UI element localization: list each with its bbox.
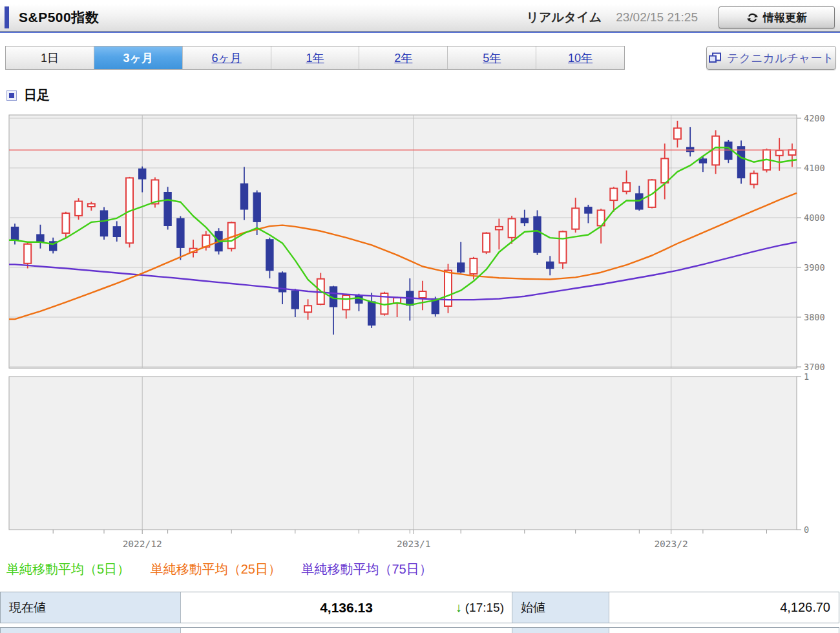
legend-item-ma5: 単純移動平均（5日） [6,562,130,576]
price-change-wrap: ↓ (17:15) [456,592,504,623]
tab-3ヶ月[interactable]: 3ヶ月 [94,47,183,69]
tab-1日[interactable]: 1日 [6,47,94,69]
tab-10年[interactable]: 10年 [536,47,624,69]
svg-text:4100: 4100 [804,163,825,173]
technical-chart-button[interactable]: テクニカルチャート [706,46,836,70]
quote-row-current: 現在値 4,136.13 ↓ (17:15) 始値 4,126.70 [0,592,839,623]
open-price-value: 4,126.70 [609,592,839,623]
svg-text:3900: 3900 [804,262,825,273]
quote-row-partial [0,627,839,633]
header-right: リアルタイム 23/02/15 21:25 情報更新 [527,6,840,28]
chart-type-heading: 日足 [6,87,50,104]
tab-2年[interactable]: 2年 [359,47,448,69]
page-title: S&P500指数 [19,8,99,26]
title-bar: S&P500指数 リアルタイム 23/02/15 21:25 情報更新 [0,4,840,31]
square-bullet-icon [6,90,17,101]
technical-chart-icon [708,52,722,63]
current-price-label: 現在値 [1,592,181,623]
tab-6ヶ月[interactable]: 6ヶ月 [183,47,271,69]
svg-text:1: 1 [804,371,809,382]
technical-chart-label: テクニカルチャート [727,50,834,66]
svg-text:4000: 4000 [804,213,825,223]
candlestick-chart[interactable]: 420041004000390038003700102022/122023/12… [0,110,840,562]
ma-legend: 単純移動平均（5日） 単純移動平均（25日） 単純移動平均（75日） [6,561,449,578]
svg-text:0: 0 [804,524,809,535]
header-divider [0,31,840,33]
price-change-arrow: ↓ [456,600,462,615]
realtime-label: リアルタイム [527,9,602,26]
title-accent-bar [5,6,9,28]
svg-text:2023/1: 2023/1 [397,539,430,549]
period-tabs: 1日3ヶ月6ヶ月1年2年5年10年 [5,46,625,70]
open-price-label: 始値 [512,592,609,623]
quote-table: 現在値 4,136.13 ↓ (17:15) 始値 4,126.70 [0,592,839,633]
chart-type-label: 日足 [24,87,50,104]
svg-text:2022/12: 2022/12 [123,539,162,549]
quote-timestamp: 23/02/15 21:25 [616,10,698,25]
current-price-value: 4,136.13 [320,600,373,616]
refresh-icon [746,12,759,24]
current-price-cell: 4,136.13 ↓ (17:15) [181,592,512,623]
legend-item-ma75: 単純移動平均（75日） [302,562,432,576]
svg-text:4200: 4200 [804,113,825,123]
refresh-button-label: 情報更新 [763,10,807,25]
refresh-button[interactable]: 情報更新 [719,6,835,28]
tab-5年[interactable]: 5年 [448,47,536,69]
svg-text:2023/2: 2023/2 [654,539,688,549]
tab-1年[interactable]: 1年 [271,47,360,69]
price-change-time: (17:15) [465,601,504,615]
legend-item-ma25: 単純移動平均（25日） [151,562,281,576]
svg-text:3800: 3800 [804,312,825,322]
svg-text:3700: 3700 [804,362,825,372]
